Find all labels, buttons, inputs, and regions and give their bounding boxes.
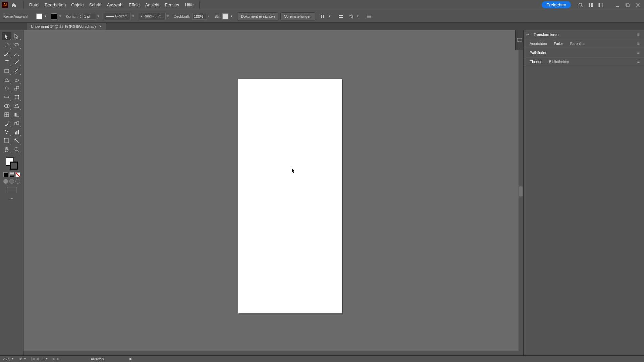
none-mode-icon[interactable]	[15, 172, 20, 177]
tool-zoom[interactable]	[12, 145, 21, 154]
panel-menu-icon[interactable]: ≡	[635, 59, 641, 64]
tool-pen[interactable]	[2, 50, 11, 58]
tool-artboard[interactable]	[2, 137, 11, 145]
artboard-nav-next[interactable]: ▶▶|	[53, 357, 60, 361]
menu-effekt[interactable]: Effekt	[126, 0, 143, 10]
style-swatch[interactable]	[222, 13, 228, 19]
menu-schrift[interactable]: Schrift	[87, 0, 104, 10]
tool-curvature[interactable]	[12, 50, 21, 58]
tool-paintbrush[interactable]	[12, 67, 21, 75]
style-dropdown-icon[interactable]: ▼	[229, 13, 234, 19]
panel-menu-icon[interactable]: ≡	[635, 50, 641, 55]
tool-direct-selection[interactable]	[12, 32, 21, 40]
draw-normal-icon[interactable]	[3, 179, 8, 184]
brush-dropdown-icon[interactable]: ▼	[166, 13, 170, 19]
tool-line-segment[interactable]	[12, 58, 21, 66]
opacity-input[interactable]	[192, 13, 206, 20]
canvas[interactable]	[23, 30, 523, 355]
tool-perspective[interactable]	[12, 102, 21, 110]
tab-bibliotheken[interactable]: Bibliotheken	[546, 57, 573, 66]
tool-rotate[interactable]	[2, 84, 11, 93]
align-pref-icon[interactable]	[319, 12, 327, 21]
tool-mesh[interactable]	[2, 111, 11, 119]
tool-blend[interactable]	[12, 119, 21, 127]
search-icon[interactable]	[576, 1, 585, 9]
draw-behind-icon[interactable]	[9, 179, 14, 184]
tab-farbe[interactable]: Farbe	[550, 39, 567, 48]
vertical-scrollbar[interactable]	[519, 30, 523, 355]
menu-objekt[interactable]: Objekt	[68, 0, 87, 10]
profile-dropdown-icon[interactable]: ▼	[131, 13, 136, 19]
stroke-indicator[interactable]	[10, 162, 18, 170]
tool-slice[interactable]	[12, 137, 21, 145]
document-tab[interactable]: Unbenannt-1* @ 25 % (RGB/Vorschau) ×	[27, 23, 106, 30]
draw-inside-icon[interactable]	[15, 179, 20, 184]
opacity-dropdown-icon[interactable]: >	[206, 13, 211, 19]
align-dropdown-icon[interactable]: ▼	[327, 13, 332, 19]
menu-hilfe[interactable]: Hilfe	[182, 0, 197, 10]
preferences-button[interactable]: Voreinstellungen	[280, 12, 315, 20]
tool-scale[interactable]	[12, 84, 21, 93]
status-artboard[interactable]: 1▼	[42, 357, 48, 361]
pin-dropdown-icon[interactable]: ▼	[356, 13, 360, 19]
stroke-weight-dropdown-icon[interactable]: ▼	[96, 13, 101, 19]
share-button[interactable]: Freigeben	[542, 1, 571, 8]
stroke-weight-stepper[interactable]: ▲▼	[80, 13, 96, 20]
horizontal-scrollbar[interactable]	[23, 351, 519, 355]
tool-width[interactable]	[2, 93, 11, 101]
status-rotation[interactable]: 0°▼	[19, 357, 26, 361]
menu-ansicht[interactable]: Ansicht	[143, 0, 162, 10]
panel-menu-icon[interactable]: ≡	[635, 32, 641, 37]
tool-eraser[interactable]	[12, 76, 21, 84]
menu-auswahl[interactable]: Auswahl	[104, 0, 126, 10]
snap-options-icon[interactable]	[337, 12, 345, 21]
stroke-profile[interactable]: Gleichm.	[104, 13, 131, 20]
close-tab-icon[interactable]: ×	[99, 23, 102, 30]
home-icon[interactable]	[10, 1, 17, 9]
artboard[interactable]	[238, 79, 342, 313]
tool-lasso[interactable]	[12, 41, 21, 49]
close-icon[interactable]	[633, 1, 642, 9]
color-mode-icon[interactable]	[3, 172, 8, 177]
menu-datei[interactable]: Datei	[26, 0, 42, 10]
tool-selection[interactable]	[2, 32, 11, 40]
tab-pathfinder[interactable]: Pathfinder	[526, 48, 550, 57]
screen-mode-icon[interactable]	[7, 187, 16, 193]
menu-fenster[interactable]: Fenster	[162, 0, 182, 10]
document-setup-button[interactable]: Dokument einrichten	[237, 12, 278, 20]
maximize-icon[interactable]	[623, 1, 632, 9]
fill-stroke-indicator[interactable]	[5, 157, 18, 170]
brush-definition[interactable]: • Rund - 3 Pt.	[139, 13, 166, 20]
fill-dropdown-icon[interactable]: ▼	[43, 13, 48, 19]
stroke-dropdown-icon[interactable]: ▼	[58, 13, 62, 19]
fill-swatch[interactable]	[36, 13, 42, 19]
collapsed-panel-dock[interactable]	[515, 30, 523, 50]
tool-symbol-sprayer[interactable]	[2, 128, 11, 136]
gradient-mode-icon[interactable]	[9, 172, 14, 177]
status-zoom[interactable]: 25%▼	[3, 357, 14, 361]
tool-shaper[interactable]	[2, 76, 11, 84]
status-play-icon[interactable]: ▶	[129, 357, 132, 361]
minimize-icon[interactable]	[613, 1, 622, 9]
tab-transformieren[interactable]: Transformieren	[530, 30, 562, 39]
artboard-nav[interactable]: |◀◀	[31, 357, 39, 361]
tab-ebenen[interactable]: Ebenen	[526, 57, 546, 66]
tool-column-graph[interactable]	[12, 128, 21, 136]
comment-icon[interactable]	[517, 38, 522, 43]
tool-hand[interactable]	[2, 145, 11, 154]
tool-eyedropper[interactable]	[2, 119, 11, 127]
arrange-documents-icon[interactable]	[586, 1, 595, 9]
isolate-pin-icon[interactable]	[347, 12, 356, 21]
panel-menu-icon[interactable]: ≡	[635, 41, 641, 46]
edit-toolbar-icon[interactable]: ⋯	[9, 196, 14, 201]
tool-gradient[interactable]	[12, 111, 21, 119]
panel-menu-icon[interactable]	[365, 12, 374, 21]
tab-farbhilfe[interactable]: Farbhilfe	[567, 39, 588, 48]
tool-type[interactable]: T	[2, 58, 11, 66]
tool-free-transform[interactable]	[12, 93, 21, 101]
tool-shape-builder[interactable]	[2, 102, 11, 110]
tab-ausrichten[interactable]: Ausrichten	[526, 39, 550, 48]
link-icon[interactable]: ⇄	[526, 33, 529, 37]
menu-bearbeiten[interactable]: Bearbeiten	[42, 0, 68, 10]
tool-rectangle[interactable]	[2, 67, 11, 75]
